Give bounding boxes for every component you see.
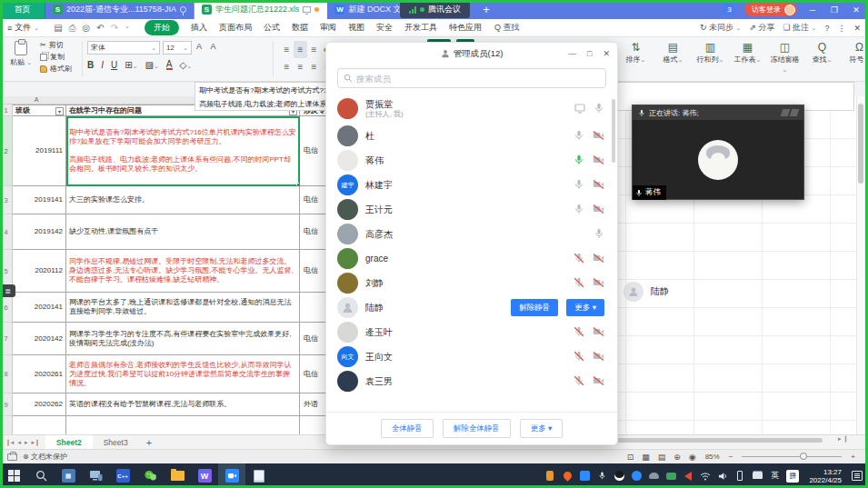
mic-icon[interactable] bbox=[594, 103, 604, 115]
notification-center-icon[interactable] bbox=[852, 471, 863, 481]
mute-all-button[interactable]: 全体静音 bbox=[381, 419, 434, 438]
cam-off-icon[interactable] bbox=[593, 154, 604, 167]
browser-tray-icon[interactable] bbox=[631, 471, 642, 482]
zoom-level[interactable]: 85% bbox=[705, 453, 720, 461]
page-break-view-icon[interactable]: ▤ bbox=[658, 453, 666, 462]
header-class[interactable]: 班级▾ bbox=[13, 105, 66, 116]
normal-view-icon[interactable]: ▦ bbox=[642, 453, 650, 462]
mic-green-icon[interactable] bbox=[574, 154, 584, 167]
cell-class[interactable]: 2020112 bbox=[13, 250, 66, 293]
column-header-strip[interactable]: A bbox=[0, 96, 195, 105]
mic-muted-icon[interactable] bbox=[574, 253, 584, 265]
filter-icon[interactable]: ▾ bbox=[55, 107, 64, 115]
cell-issue[interactable]: 网课学习学生学习的专注度不高,有些课程要在实验室中完成效果更好,疫情期间无法完成… bbox=[66, 323, 300, 355]
zoom-slider[interactable] bbox=[742, 456, 842, 457]
bold-button[interactable]: B bbox=[87, 60, 94, 70]
briefcase-icon[interactable] bbox=[7, 453, 17, 461]
borders-button[interactable]: ⊞⌄ bbox=[125, 60, 137, 70]
member-row[interactable]: 袁三男 bbox=[326, 369, 617, 393]
guest-login-button[interactable]: 访客登录 bbox=[744, 3, 797, 16]
cell-class[interactable] bbox=[13, 416, 66, 434]
member-row[interactable]: 逄玉叶 bbox=[326, 320, 617, 344]
close-document-icon[interactable]: ✕ bbox=[853, 24, 861, 33]
wifi-tray-icon[interactable] bbox=[700, 471, 711, 482]
comment-button[interactable]: ❏ 批注 ⌄ bbox=[783, 22, 816, 34]
cell-class[interactable]: 2019142 bbox=[13, 214, 66, 250]
unmute-all-button[interactable]: 解除全体静音 bbox=[443, 419, 511, 438]
cell-class[interactable]: 2019141 bbox=[13, 186, 66, 214]
fill-color-button[interactable]: ▨⌄ bbox=[145, 60, 159, 70]
help-icon[interactable]: ? bbox=[824, 24, 829, 33]
minimize-button[interactable]: ─ bbox=[806, 5, 819, 15]
scrollbar-thumb[interactable] bbox=[858, 104, 863, 184]
cell-issue[interactable]: 期中考试是否有?期末考试的考试方式?16位单片机课内实验课程怎么安排?如果放在下… bbox=[66, 116, 300, 186]
menu-tab[interactable]: 开始 bbox=[145, 20, 179, 35]
member-row[interactable]: 高彦杰 bbox=[326, 222, 617, 246]
device-tray-icon[interactable] bbox=[734, 471, 745, 482]
display-tray-icon[interactable] bbox=[665, 471, 676, 482]
menu-tab[interactable]: 审阅 bbox=[320, 22, 336, 34]
message-badge[interactable]: 3 bbox=[723, 4, 735, 15]
new-tab-button[interactable]: + bbox=[477, 0, 495, 19]
more-chevron-icon[interactable]: ⌄ bbox=[125, 23, 130, 34]
qq-tray-icon[interactable] bbox=[614, 471, 624, 482]
member-row[interactable]: 陆静 解除静音更多 ▾ bbox=[326, 295, 617, 320]
screen-icon[interactable] bbox=[574, 103, 585, 115]
row-number[interactable]: 1 bbox=[0, 105, 13, 116]
member-row[interactable]: 建宇 林建宇 bbox=[326, 173, 617, 197]
mic-tray-icon[interactable] bbox=[596, 471, 607, 482]
tencent-meeting-app[interactable] bbox=[218, 463, 245, 488]
volume-tray-icon[interactable] bbox=[717, 471, 728, 482]
sync-status[interactable]: ↻ 未同步 ⌄ bbox=[700, 22, 741, 34]
mic-muted-icon[interactable] bbox=[574, 277, 584, 290]
font-size-select[interactable]: 12⌄ bbox=[163, 41, 192, 55]
cell-class[interactable]: 2019111 bbox=[13, 116, 66, 186]
menu-tab[interactable]: 公式 bbox=[264, 22, 280, 34]
panel-close-icon[interactable]: ✕ bbox=[603, 49, 610, 58]
align-bottom-button[interactable]: ≡ bbox=[307, 41, 321, 58]
menu-tab[interactable]: 开发工具 bbox=[404, 22, 437, 34]
mic-muted-icon[interactable] bbox=[574, 351, 584, 364]
meeting-status-pill[interactable]: 腾讯会议 bbox=[400, 1, 470, 18]
calculator-app[interactable]: ▦ bbox=[55, 463, 82, 488]
vertical-scrollbar[interactable] bbox=[856, 82, 863, 434]
meeting-tray-icon[interactable] bbox=[579, 471, 590, 482]
usb-tray-icon[interactable] bbox=[544, 471, 555, 482]
file-explorer-app[interactable] bbox=[164, 463, 191, 488]
ribbon-group-button[interactable]: Ω 符号⌄ bbox=[843, 40, 868, 74]
font-grow-shrink-buttons[interactable]: A A bbox=[196, 42, 220, 51]
format-painter-button[interactable]: 格式刷 bbox=[40, 64, 72, 74]
align-center-button[interactable]: ≡ bbox=[294, 58, 307, 75]
page-layout-view-icon[interactable]: ⊕ bbox=[673, 453, 681, 462]
panel-scrollbar[interactable] bbox=[612, 99, 615, 163]
redo-icon[interactable]: ↷ bbox=[111, 23, 118, 34]
mic-icon[interactable] bbox=[594, 228, 604, 241]
search-input[interactable] bbox=[356, 74, 600, 84]
cam-off-icon[interactable] bbox=[593, 130, 604, 143]
cloud-tray-icon[interactable] bbox=[648, 471, 659, 482]
ribbon-group-button[interactable]: Q 查找⌄ bbox=[805, 40, 839, 74]
mic-icon[interactable] bbox=[574, 204, 584, 216]
zoom-slider-thumb[interactable] bbox=[800, 453, 807, 460]
new-doc-icon[interactable]: ▤ bbox=[54, 23, 62, 34]
zoom-in-button[interactable]: + bbox=[851, 453, 855, 461]
align-top-button[interactable]: ≡ bbox=[280, 41, 294, 58]
cell-issue[interactable]: 老师音频偶尔有杂音,老师接收到的学生反馈也比较少,从而导致同学认为进度过快,我们… bbox=[66, 355, 300, 393]
cell-issue[interactable]: 缺少互动性,课堂氛围有点干 bbox=[66, 214, 300, 250]
close-button[interactable]: ✕ bbox=[850, 5, 863, 15]
my-computer-app[interactable] bbox=[82, 463, 109, 488]
share-button[interactable]: ⇗ 分享 bbox=[749, 22, 774, 34]
more-menu-icon[interactable]: ⋮ bbox=[837, 24, 845, 33]
align-left-button[interactable]: ≡ bbox=[280, 58, 294, 75]
ime-pinyin-indicator[interactable]: 拼 bbox=[786, 470, 799, 483]
menu-tab[interactable]: 安全 bbox=[376, 22, 393, 34]
menu-tab[interactable]: 数据 bbox=[292, 22, 308, 34]
cell-issue[interactable]: 大三的实验课怎么安排。 bbox=[66, 186, 300, 214]
row-number[interactable] bbox=[0, 416, 13, 434]
row-number[interactable]: 4 bbox=[0, 214, 13, 250]
cam-off-icon[interactable] bbox=[593, 277, 604, 290]
cut-button[interactable]: ✂ 剪切 bbox=[40, 40, 72, 50]
cam-off-icon[interactable] bbox=[593, 375, 604, 388]
start-button[interactable] bbox=[0, 463, 27, 488]
wechat-app[interactable] bbox=[136, 463, 164, 488]
